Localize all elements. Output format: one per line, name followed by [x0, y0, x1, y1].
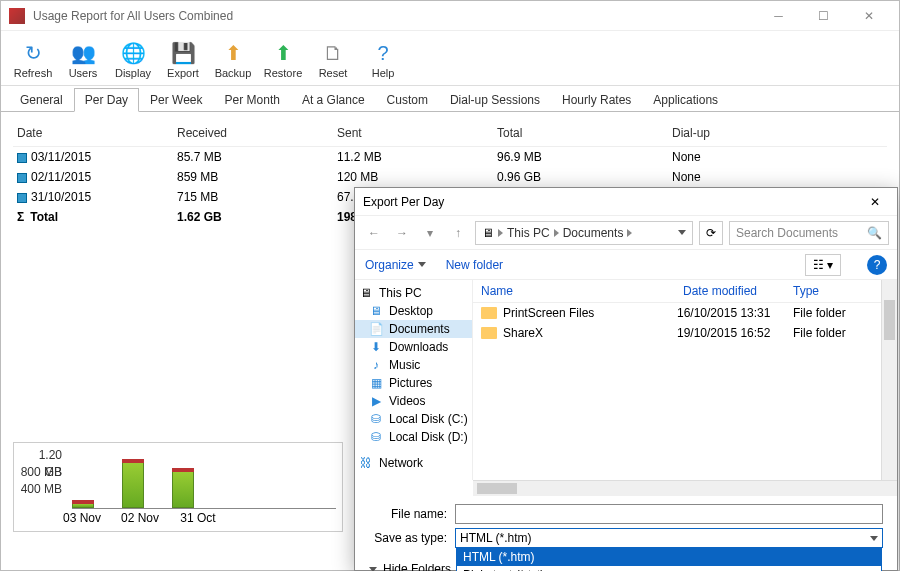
- tab-per-week[interactable]: Per Week: [139, 88, 213, 111]
- toolbar: ↻Refresh👥Users🌐Display💾Export⬆Backup⬆Res…: [1, 31, 899, 86]
- pc-icon: 🖥: [359, 286, 373, 300]
- tree-icon: ⬇: [369, 340, 383, 354]
- view-button[interactable]: ☷ ▾: [805, 254, 841, 276]
- col-sent[interactable]: Sent: [333, 124, 493, 142]
- toolbar-label: Display: [115, 67, 151, 79]
- tree-item-local-disk-d-[interactable]: ⛁Local Disk (D:): [355, 428, 472, 446]
- sigma-icon: Σ: [17, 210, 24, 224]
- filelist-header: Name Date modified Type: [473, 280, 881, 303]
- file-row[interactable]: PrintScreen Files16/10/2015 13:31File fo…: [473, 303, 881, 323]
- breadcrumb[interactable]: 🖥 This PC Documents: [475, 221, 693, 245]
- organize-button[interactable]: Organize: [365, 258, 426, 272]
- help-icon: ?: [371, 41, 395, 65]
- tab-general[interactable]: General: [9, 88, 74, 111]
- titlebar: Usage Report for All Users Combined ─ ☐ …: [1, 1, 899, 31]
- tree-root[interactable]: 🖥This PC: [355, 284, 472, 302]
- table-row[interactable]: 02/11/2015859 MB120 MB0.96 GBNone: [13, 167, 887, 187]
- search-icon: 🔍: [867, 226, 882, 240]
- col-dialup[interactable]: Dial-up: [668, 124, 818, 142]
- table-row[interactable]: 03/11/201585.7 MB11.2 MB96.9 MBNone: [13, 147, 887, 167]
- maximize-button[interactable]: ☐: [801, 2, 846, 30]
- restore-icon: ⬆: [271, 41, 295, 65]
- chevron-down-icon: [870, 536, 878, 541]
- tree-icon: ♪: [369, 358, 383, 372]
- backup-icon: ⬆: [221, 41, 245, 65]
- savetype-option[interactable]: HTML (*.htm): [457, 548, 881, 566]
- refresh-button[interactable]: ⟳: [699, 221, 723, 245]
- col-date-modified[interactable]: Date modified: [683, 284, 793, 298]
- chart-x-labels: 03 Nov 02 Nov 31 Oct: [62, 511, 336, 525]
- tree-icon: 📄: [369, 322, 383, 336]
- help-button[interactable]: ?: [867, 255, 887, 275]
- dialog-close-button[interactable]: ✕: [861, 195, 889, 209]
- chart: [72, 449, 336, 509]
- savetype-combo[interactable]: HTML (*.htm) HTML (*.htm)Plain text (*.t…: [455, 528, 883, 548]
- tree-item-pictures[interactable]: ▦Pictures: [355, 374, 472, 392]
- file-list: Name Date modified Type PrintScreen File…: [473, 280, 881, 480]
- breadcrumb-documents[interactable]: Documents: [563, 226, 624, 240]
- newfolder-button[interactable]: New folder: [446, 258, 503, 272]
- savetype-option[interactable]: Plain text (*.txt): [457, 566, 881, 571]
- backup-button[interactable]: ⬆Backup: [211, 39, 255, 81]
- search-placeholder: Search Documents: [736, 226, 838, 240]
- restore-button[interactable]: ⬆Restore: [261, 39, 305, 81]
- breadcrumb-dropdown-icon[interactable]: [678, 230, 686, 235]
- window-title: Usage Report for All Users Combined: [33, 9, 756, 23]
- tab-per-day[interactable]: Per Day: [74, 88, 139, 112]
- dialog-body: 🖥This PC🖥Desktop📄Documents⬇Downloads♪Mus…: [355, 280, 897, 480]
- back-button[interactable]: ←: [363, 222, 385, 244]
- filename-label: File name:: [369, 507, 455, 521]
- filename-input[interactable]: [455, 504, 883, 524]
- tree-item-videos[interactable]: ▶Videos: [355, 392, 472, 410]
- chart-box: 1.20 GB 800 MB 400 MB 03 Nov 02 Nov 31 O…: [13, 442, 343, 532]
- tree-item-local-disk-c-[interactable]: ⛁Local Disk (C:): [355, 410, 472, 428]
- tree-item-desktop[interactable]: 🖥Desktop: [355, 302, 472, 320]
- file-row[interactable]: ShareX19/10/2015 16:52File folder: [473, 323, 881, 343]
- chevron-down-icon: [418, 262, 426, 267]
- chart-bar: [72, 503, 94, 508]
- tree-item-documents[interactable]: 📄Documents: [355, 320, 472, 338]
- help-button[interactable]: ?Help: [361, 39, 405, 81]
- display-icon: 🌐: [121, 41, 145, 65]
- refresh-button[interactable]: ↻Refresh: [11, 39, 55, 81]
- pc-icon: 🖥: [482, 226, 494, 240]
- export-icon: 💾: [171, 41, 195, 65]
- dialog-nav: ← → ▾ ↑ 🖥 This PC Documents ⟳ Search Doc…: [355, 216, 897, 250]
- chart-bar: [172, 471, 194, 508]
- up-arrow-button[interactable]: ↑: [447, 222, 469, 244]
- forward-button[interactable]: →: [391, 222, 413, 244]
- col-date[interactable]: Date: [13, 124, 173, 142]
- tab-custom[interactable]: Custom: [376, 88, 439, 111]
- col-total[interactable]: Total: [493, 124, 668, 142]
- tree-item-music[interactable]: ♪Music: [355, 356, 472, 374]
- total-label: Total: [30, 210, 58, 224]
- tab-applications[interactable]: Applications: [642, 88, 729, 111]
- tab-at-a-glance[interactable]: At a Glance: [291, 88, 376, 111]
- hide-folders-button[interactable]: Hide Folders: [369, 562, 451, 571]
- vertical-scrollbar[interactable]: [881, 280, 897, 480]
- dialog-toolbar: Organize New folder ☷ ▾ ?: [355, 250, 897, 280]
- col-name[interactable]: Name: [481, 284, 683, 298]
- tree-item-downloads[interactable]: ⬇Downloads: [355, 338, 472, 356]
- users-button[interactable]: 👥Users: [61, 39, 105, 81]
- row-icon: [17, 153, 27, 163]
- search-input[interactable]: Search Documents 🔍: [729, 221, 889, 245]
- display-button[interactable]: 🌐Display: [111, 39, 155, 81]
- tab-hourly-rates[interactable]: Hourly Rates: [551, 88, 642, 111]
- network-icon: ⛓: [359, 456, 373, 470]
- breadcrumb-pc[interactable]: This PC: [507, 226, 550, 240]
- tab-per-month[interactable]: Per Month: [214, 88, 291, 111]
- reset-button[interactable]: 🗋Reset: [311, 39, 355, 81]
- col-type[interactable]: Type: [793, 284, 873, 298]
- toolbar-label: Reset: [319, 67, 348, 79]
- minimize-button[interactable]: ─: [756, 2, 801, 30]
- export-button[interactable]: 💾Export: [161, 39, 205, 81]
- tree-network[interactable]: ⛓Network: [355, 454, 472, 472]
- close-button[interactable]: ✕: [846, 2, 891, 30]
- tree-icon: 🖥: [369, 304, 383, 318]
- tab-dial-up-sessions[interactable]: Dial-up Sessions: [439, 88, 551, 111]
- col-received[interactable]: Received: [173, 124, 333, 142]
- horizontal-scrollbar[interactable]: [473, 480, 897, 496]
- toolbar-label: Refresh: [14, 67, 53, 79]
- up-button[interactable]: ▾: [419, 222, 441, 244]
